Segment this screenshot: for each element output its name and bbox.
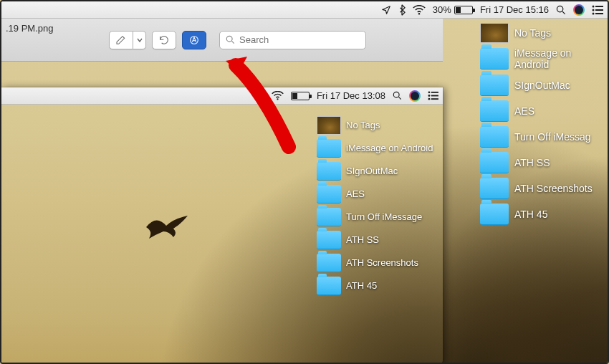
menubar-outer: 30% Fri 17 Dec 15:16 bbox=[1, 1, 608, 19]
desktop-folder[interactable]: AES bbox=[480, 100, 602, 122]
svg-line-14 bbox=[398, 97, 401, 99]
preview-toolbar: .19 PM.png bbox=[1, 19, 443, 62]
folder-icon bbox=[480, 203, 509, 225]
highlight-button[interactable] bbox=[109, 31, 133, 49]
menubar-datetime[interactable]: Fri 17 Dec 15:16 bbox=[480, 4, 549, 15]
rotate-button[interactable] bbox=[152, 31, 176, 49]
search-input[interactable] bbox=[239, 34, 360, 45]
folder-icon bbox=[480, 100, 509, 122]
wifi-icon[interactable] bbox=[413, 5, 426, 15]
inner-wifi-icon[interactable] bbox=[272, 91, 284, 100]
bluetooth-icon[interactable] bbox=[398, 4, 406, 16]
desktop-folder[interactable]: ATH SS bbox=[480, 152, 602, 173]
spotlight-icon[interactable] bbox=[556, 5, 566, 15]
image-thumbnail-icon bbox=[317, 116, 341, 135]
inner-desktop-folders: No TagsiMessage on AndroidSIgnOutMacAEST… bbox=[317, 116, 437, 295]
folder-label: iMessage on Android bbox=[346, 143, 433, 154]
desktop-folder[interactable]: ATH Screenshots bbox=[317, 254, 437, 272]
highlight-tool-group bbox=[109, 31, 146, 49]
folder-icon bbox=[480, 75, 509, 96]
folder-icon bbox=[317, 277, 341, 295]
inner-siri-icon[interactable] bbox=[409, 90, 421, 102]
battery-icon bbox=[454, 6, 473, 14]
svg-rect-8 bbox=[595, 13, 603, 14]
desktop-folder[interactable]: ATH Screenshots bbox=[480, 178, 602, 199]
svg-point-7 bbox=[593, 12, 595, 14]
search-icon bbox=[226, 35, 235, 44]
svg-rect-16 bbox=[431, 92, 438, 93]
svg-point-1 bbox=[557, 6, 562, 11]
svg-point-19 bbox=[428, 98, 431, 100]
menubar-inner: Fri 17 Dec 13:08 bbox=[1, 87, 443, 105]
svg-point-10 bbox=[226, 36, 232, 42]
folder-icon bbox=[317, 231, 341, 249]
desktop-folder[interactable]: iMessage on Android bbox=[317, 139, 437, 158]
desktop-folder[interactable]: ATH SS bbox=[317, 231, 437, 249]
folder-label: No Tags bbox=[514, 27, 551, 39]
folder-label: ATH 45 bbox=[514, 209, 547, 220]
inner-spotlight-icon[interactable] bbox=[393, 91, 402, 100]
svg-rect-20 bbox=[431, 98, 438, 100]
desktop-folder[interactable]: SIgnOutMac bbox=[480, 75, 602, 96]
folder-label: ATH SS bbox=[346, 235, 379, 246]
desktop-folder[interactable]: Turn Off iMessag bbox=[480, 126, 602, 148]
desktop-item-notags[interactable]: No Tags bbox=[480, 23, 602, 43]
svg-line-11 bbox=[231, 41, 234, 43]
folder-label: ATH Screenshots bbox=[514, 183, 593, 194]
folder-label: ATH 45 bbox=[346, 281, 377, 292]
folder-label: AES bbox=[514, 105, 534, 117]
desktop-folder[interactable]: AES bbox=[317, 185, 437, 203]
svg-line-2 bbox=[562, 11, 565, 14]
desktop-folder[interactable]: Turn Off iMessage bbox=[317, 208, 437, 226]
desktop-item-notags[interactable]: No Tags bbox=[317, 116, 437, 135]
folder-label: ATH Screenshots bbox=[346, 258, 418, 269]
folder-icon bbox=[317, 162, 341, 181]
inner-menubar-datetime[interactable]: Fri 17 Dec 13:08 bbox=[317, 90, 385, 101]
search-field[interactable] bbox=[219, 31, 366, 49]
svg-rect-18 bbox=[431, 95, 438, 97]
folder-icon bbox=[480, 152, 509, 173]
svg-point-17 bbox=[428, 95, 431, 97]
battery-status[interactable]: 30% bbox=[433, 4, 473, 15]
folder-icon bbox=[480, 178, 509, 199]
wallpaper-eagle-icon bbox=[145, 213, 189, 240]
folder-label: AES bbox=[346, 189, 365, 200]
image-thumbnail-icon bbox=[480, 23, 509, 43]
location-icon[interactable] bbox=[381, 5, 391, 15]
folder-icon bbox=[480, 48, 509, 70]
battery-percent: 30% bbox=[433, 4, 451, 15]
highlight-dropdown-caret[interactable] bbox=[133, 31, 146, 49]
folder-label: Turn Off iMessag bbox=[514, 131, 591, 143]
inner-screenshot-window: Fri 17 Dec 13:08 No TagsiMessage on Andr… bbox=[1, 87, 443, 364]
desktop-folder[interactable]: ATH 45 bbox=[317, 277, 437, 295]
svg-point-12 bbox=[277, 98, 278, 100]
folder-icon bbox=[317, 185, 341, 203]
svg-point-5 bbox=[593, 9, 595, 11]
folder-icon bbox=[317, 208, 341, 226]
folder-icon bbox=[480, 126, 509, 148]
markup-button[interactable] bbox=[182, 31, 206, 49]
folder-label: SIgnOutMac bbox=[346, 166, 398, 177]
svg-rect-4 bbox=[595, 6, 603, 7]
folder-icon bbox=[317, 139, 341, 158]
folder-icon bbox=[317, 254, 341, 272]
siri-icon[interactable] bbox=[573, 4, 585, 16]
inner-battery-icon[interactable] bbox=[291, 92, 310, 100]
svg-point-15 bbox=[428, 91, 431, 93]
svg-point-0 bbox=[418, 13, 420, 14]
folder-label: ATH SS bbox=[514, 157, 550, 168]
outer-desktop-folders: No TagsiMessage on AndroidSIgnOutMacAEST… bbox=[480, 23, 602, 225]
svg-rect-6 bbox=[595, 9, 603, 11]
folder-label: No Tags bbox=[346, 120, 380, 131]
notification-center-icon[interactable] bbox=[592, 5, 603, 15]
inner-notification-center-icon[interactable] bbox=[428, 91, 438, 100]
desktop-folder[interactable]: iMessage on Android bbox=[480, 47, 602, 70]
inner-bluetooth-icon[interactable] bbox=[258, 90, 264, 101]
desktop-folder[interactable]: SIgnOutMac bbox=[317, 162, 437, 181]
window-filename: .19 PM.png bbox=[6, 23, 54, 34]
folder-label: SIgnOutMac bbox=[514, 80, 570, 91]
svg-point-3 bbox=[593, 5, 595, 7]
folder-label: iMessage on Android bbox=[514, 47, 602, 70]
folder-label: Turn Off iMessage bbox=[346, 212, 422, 223]
desktop-folder[interactable]: ATH 45 bbox=[480, 203, 602, 225]
